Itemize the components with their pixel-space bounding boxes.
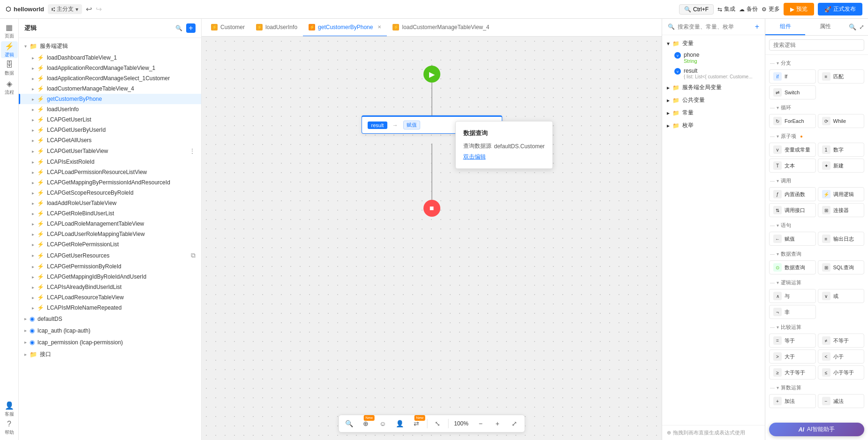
- tree-item-LCAPGetUserResources[interactable]: ▸ ⚡ LCAPGetUserResources ⧉: [19, 250, 201, 261]
- cp-item-data-query[interactable]: ⊙ 数据查询: [769, 260, 816, 274]
- tree-item-LCAPGetMappingIdByRoleIdAndUserId[interactable]: ▸ ⚡ LCAPGetMappingIdByRoleIdAndUserId: [19, 272, 201, 282]
- var-section-variables-header[interactable]: ▾ 📁 变量: [662, 37, 765, 50]
- cp-tab-components[interactable]: 组件: [765, 19, 805, 35]
- cp-item-if[interactable]: if If: [769, 69, 816, 83]
- user-button[interactable]: 👤: [393, 417, 406, 430]
- publish-button[interactable]: 🚀 正式发布: [818, 3, 862, 15]
- cp-item-assign[interactable]: ← 赋值: [769, 232, 816, 246]
- tree-item-LCAPLoadResourceTableView[interactable]: ▸ ⚡ LCAPLoadResourceTableView: [19, 292, 201, 303]
- cp-search-input[interactable]: [769, 39, 864, 51]
- cp-item-while[interactable]: ⟳ While: [818, 114, 865, 128]
- zoom-in-button[interactable]: +: [491, 417, 504, 430]
- tree-item-loadDashboardTableView_1[interactable]: ▸ ⚡ loadDashboardTableView_1: [19, 53, 201, 63]
- zoom-out-button[interactable]: −: [474, 417, 487, 430]
- arrange-button[interactable]: ⤡: [431, 417, 444, 430]
- logic-search-icon[interactable]: 🔍: [175, 25, 182, 31]
- tab-Customer[interactable]: ⚡ Customer: [205, 19, 250, 37]
- cp-item-and[interactable]: ∧ 与: [769, 289, 816, 303]
- preview-button[interactable]: ▶ 预览: [784, 3, 814, 15]
- tree-item-LCAPIsMRoleNameRepeated[interactable]: ▸ ⚡ LCAPIsMRoleNameRepeated: [19, 303, 201, 313]
- cp-item-builtin-func[interactable]: ƒ 内置函数: [769, 187, 816, 201]
- flow-start-node[interactable]: ▶: [423, 66, 440, 83]
- tree-item-loadApplicationRecordManageSelect_1Customer[interactable]: ▸ ⚡ loadApplicationRecordManageSelect_1C…: [19, 73, 201, 83]
- cp-item-gte[interactable]: ≥ 大于等于: [769, 365, 816, 379]
- cp-item-add[interactable]: + 加法: [769, 394, 816, 408]
- branch-selector[interactable]: ⑆ 主分支 ▾: [48, 4, 82, 14]
- tree-item-LCAPGetPermissionByRoleId[interactable]: ▸ ⚡ LCAPGetPermissionByRoleId: [19, 261, 201, 272]
- tree-item-LCAPLoadRoleManagementTableView[interactable]: ▸ ⚡ LCAPLoadRoleManagementTableView: [19, 219, 201, 229]
- tree-item-LCAPLoadPermissionResourceListView[interactable]: ▸ ⚡ LCAPLoadPermissionResourceListView: [19, 167, 201, 177]
- popup-edit-link[interactable]: 双击编辑: [463, 153, 545, 161]
- ai-assistant-button[interactable]: AI AI智能助手: [769, 423, 864, 436]
- fit-button[interactable]: ⤢: [508, 417, 521, 430]
- tab-loadUserInfo[interactable]: ⚡ loadUserInfo: [250, 19, 303, 37]
- cp-item-invoke-api[interactable]: ⇅ 调用接口: [769, 203, 816, 217]
- add-node-button[interactable]: ⊕ New: [359, 417, 372, 430]
- tree-item-LCAPIsAlreadyBindUserIdList[interactable]: ▸ ⚡ LCAPIsAlreadyBindUserIdList: [19, 282, 201, 292]
- sidebar-item-user[interactable]: 👤 客服: [1, 401, 18, 417]
- sidebar-item-flow[interactable]: ◈ 流程: [1, 79, 18, 96]
- var-section-constants-header[interactable]: ▸ 📁 常量: [662, 106, 765, 119]
- tree-item-LCAPGetRolePermissionList[interactable]: ▸ ⚡ LCAPGetRolePermissionList: [19, 239, 201, 250]
- var-section-enums-header[interactable]: ▸ 📁 枚举: [662, 119, 765, 132]
- sidebar-item-page[interactable]: ▦ 页面: [1, 23, 18, 39]
- cp-tab-properties[interactable]: 属性: [805, 19, 845, 35]
- cp-item-match[interactable]: ≡ 匹配: [818, 69, 865, 83]
- cp-item-equal[interactable]: = 等于: [769, 334, 816, 348]
- cp-item-lte[interactable]: ≤ 小于等于: [818, 365, 865, 379]
- tree-item-getCustomerByPhone[interactable]: ▸ ⚡ getCustomerByPhone: [19, 94, 201, 104]
- cp-item-new[interactable]: ✦ 新建: [818, 159, 865, 173]
- more-icon[interactable]: ⋮: [189, 147, 196, 155]
- tree-item-LCAPGetAllUsers[interactable]: ▸ ⚡ LCAPGetAllUsers: [19, 135, 201, 145]
- undo-button[interactable]: ↩: [86, 5, 92, 14]
- tree-item-LCAPGetScopeResourceByRoleId[interactable]: ▸ ⚡ LCAPGetScopeResourceByRoleId: [19, 188, 201, 198]
- tree-section-lcap-auth-header[interactable]: ▸ ◉ lcap_auth (lcap-auth): [19, 325, 201, 336]
- tree-item-loadUserInfo[interactable]: ▸ ⚡ loadUserInfo: [19, 104, 201, 114]
- backup-button[interactable]: ☁ 备份: [739, 5, 758, 13]
- var-item-result[interactable]: v result { list: List<{ customer: Custom…: [662, 66, 765, 81]
- cp-item-output-log[interactable]: ≡ 输出日志: [818, 232, 865, 246]
- tree-item-LCAPGetUserList[interactable]: ▸ ⚡ LCAPGetUserList: [19, 114, 201, 125]
- tree-section-defaultDS-header[interactable]: ▸ ◉ defaultDS: [19, 313, 201, 325]
- cp-item-or[interactable]: ∨ 或: [818, 289, 865, 303]
- cp-item-not-equal[interactable]: ≠ 不等于: [818, 334, 865, 348]
- cp-item-not[interactable]: ¬ 非: [769, 305, 816, 319]
- cp-item-invoke-logic[interactable]: ⚡ 调用逻辑: [818, 187, 865, 201]
- tree-section-interface-header[interactable]: ▸ 📁 接口: [19, 348, 201, 361]
- emoji-button[interactable]: ☺: [376, 417, 389, 430]
- var-add-button[interactable]: +: [755, 23, 759, 31]
- flow-button[interactable]: ⇄ New: [410, 417, 423, 430]
- integrate-button[interactable]: ⇆ 集成: [717, 5, 735, 13]
- tree-item-loadCustomerManageTableView_4[interactable]: ▸ ⚡ loadCustomerManageTableView_4: [19, 83, 201, 94]
- var-search-input[interactable]: [678, 23, 752, 30]
- tree-item-loadAddRoleUserTableView[interactable]: ▸ ⚡ loadAddRoleUserTableView: [19, 198, 201, 208]
- sidebar-item-help[interactable]: ? 帮助: [1, 419, 18, 436]
- cp-item-subtract[interactable]: − 减法: [818, 394, 865, 408]
- cp-item-sql-query[interactable]: ⊞ SQL查询: [818, 260, 865, 274]
- tree-item-LCAPIsExistRoleId[interactable]: ▸ ⚡ LCAPIsExistRoleId: [19, 157, 201, 167]
- var-section-global-header[interactable]: ▸ 📁 服务端全局变量: [662, 81, 765, 94]
- tree-item-LCAPGetUserTableView[interactable]: ▸ ⚡ LCAPGetUserTableView ⋮: [19, 145, 201, 157]
- sidebar-item-logic[interactable]: ⚡ 逻辑: [1, 41, 18, 58]
- sidebar-item-data[interactable]: 🗄 数据: [1, 60, 18, 77]
- more-button[interactable]: ⚙ 更多: [762, 5, 780, 13]
- cp-item-greater[interactable]: > 大于: [769, 349, 816, 364]
- cp-item-switch[interactable]: ⇌ Switch: [769, 85, 816, 99]
- cp-item-foreach[interactable]: ↻ ForEach: [769, 114, 816, 128]
- canvas-content[interactable]: ▶ result → 赋值 数据查询 查询数据源 defau: [202, 37, 662, 440]
- cp-item-text[interactable]: T 文本: [769, 159, 816, 173]
- cp-item-connector[interactable]: ⊞ 连接器: [818, 203, 865, 217]
- search-canvas-button[interactable]: 🔍: [342, 417, 355, 430]
- tree-item-loadApplicationRecordManageTableView_1[interactable]: ▸ ⚡ loadApplicationRecordManageTableView…: [19, 63, 201, 73]
- cp-item-variable-or-const[interactable]: v 变量或常量: [769, 143, 816, 157]
- copy-icon[interactable]: ⧉: [191, 251, 196, 259]
- search-button[interactable]: 🔍 Ctrl+F: [679, 4, 714, 15]
- tab-close-icon[interactable]: ✕: [377, 24, 381, 30]
- tab-loadCustomerManageTableView_4[interactable]: ⚡ loadCustomerManageTableView_4: [387, 19, 495, 37]
- flow-end-node[interactable]: ■: [423, 200, 440, 217]
- redo-button[interactable]: ↪: [96, 5, 102, 14]
- var-item-phone[interactable]: v phone String: [662, 50, 765, 66]
- cp-item-less[interactable]: < 小于: [818, 349, 865, 364]
- tree-section-lcap-permission-header[interactable]: ▸ ◉ lcap_permission (lcap-permission): [19, 336, 201, 348]
- cp-item-number[interactable]: 1 数字: [818, 143, 865, 157]
